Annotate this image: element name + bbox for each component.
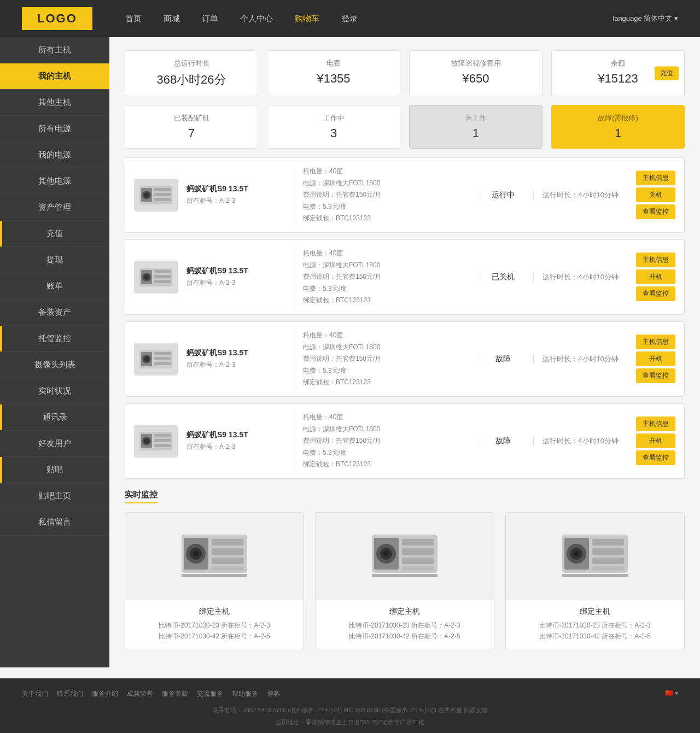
language-switcher[interactable]: language 简体中文 ▾ [612, 14, 678, 24]
footer-link-1[interactable]: 联系我们 [57, 689, 83, 699]
miner-image-4 [134, 425, 178, 458]
footer-link-5[interactable]: 交流服务 [197, 689, 223, 699]
sidebar-item-all-power[interactable]: 所有电源 [0, 116, 109, 142]
nav-order[interactable]: 订单 [202, 14, 218, 24]
miner-details-3: 耗电量：40度 电源：深圳维大FOTL1800 费用说明：托管费150元/月 电… [294, 330, 472, 389]
header: LOGO 首页 商城 订单 个人中心 购物车 登录 language 简体中文 … [0, 0, 700, 37]
svg-rect-27 [154, 444, 171, 447]
sidebar-item-other-hosts[interactable]: 其他主机 [0, 90, 109, 116]
sidebar-item-realtime[interactable]: 实时状况 [0, 378, 109, 404]
realtime-card-detail-3-0: 比特币-20171030-23 所在柜号：A-2-3 [514, 620, 676, 631]
miner-detail-4-4: 绑定钱包：BTC123123 [303, 459, 472, 471]
svg-rect-56 [592, 566, 624, 571]
footer-links: 关于我们 联系我们 服务介绍 成就荣誉 服务套款 交流服务 帮助服务 博客 🇨🇳… [22, 689, 678, 699]
sidebar-item-recharge[interactable]: 充值 [0, 221, 109, 247]
sidebar-item-custody-monitor[interactable]: 托管监控 [0, 326, 109, 352]
footer-link-0[interactable]: 关于我们 [22, 689, 48, 699]
miner-detail-3-1: 电源：深圳维大FOTL1800 [303, 342, 472, 354]
miner-1-info-btn[interactable]: 主机信息 [636, 171, 675, 185]
logo[interactable]: LOGO [22, 7, 92, 30]
svg-rect-43 [402, 539, 434, 546]
sidebar-item-bills[interactable]: 账单 [0, 273, 109, 300]
miner-detail-1-2: 费用说明：托管费150元/月 [303, 189, 472, 201]
footer-contact: 联系电话：+852 5408 5766 (境外服务 7*24小时) 800 88… [22, 704, 678, 716]
miner-4-info-btn[interactable]: 主机信息 [636, 417, 675, 431]
svg-rect-20 [154, 362, 171, 365]
realtime-cards: 绑定主机 比特币-20171030-23 所在柜号：A-2-3 比特币-2017… [125, 512, 685, 649]
sidebar-item-assets[interactable]: 资产管理 [0, 195, 109, 221]
sidebar-item-spare-assets[interactable]: 备装资产 [0, 300, 109, 326]
miner-item-4: 蚂蚁矿机S9 13.5T 所在柜号：A-2-3 耗电量：40度 电源：深圳维大F… [125, 403, 685, 479]
stat-repair-cost: 故障巡视修费用 ¥650 [409, 50, 542, 96]
svg-rect-34 [212, 548, 243, 555]
miner-2-power-btn[interactable]: 开机 [636, 269, 675, 284]
svg-rect-5 [154, 193, 171, 196]
stat-working: 工作中 3 [267, 105, 400, 149]
miner-list: 蚂蚁矿机S9 13.5T 所在柜号：A-2-3 耗电量：40度 电源：深圳维大F… [125, 157, 685, 479]
footer-link-2[interactable]: 服务介绍 [92, 689, 118, 699]
stat-installed-value: 7 [135, 126, 248, 140]
stat-working-value: 3 [277, 126, 390, 140]
sidebar-item-messages[interactable]: 私信留言 [0, 509, 109, 536]
realtime-card-title-3: 绑定主机 [514, 607, 676, 617]
miner-actions-3: 主机信息 开机 查看监控 [636, 335, 675, 383]
miner-detail-2-0: 耗电量：40度 [303, 248, 472, 260]
stat-fault-value: 1 [562, 126, 674, 140]
content-area: 总运行时长 368小时26分 电费 ¥1355 故障巡视修费用 ¥650 余额 … [109, 37, 700, 667]
sidebar-item-other-power[interactable]: 其他电源 [0, 168, 109, 195]
footer-link-3[interactable]: 成就荣誉 [127, 689, 153, 699]
miner-detail-4-3: 电费：5.3元/度 [303, 447, 472, 459]
sidebar-item-contacts[interactable]: 通讯录 [0, 404, 109, 431]
miner-detail-1-4: 绑定钱包：BTC123123 [303, 213, 472, 225]
miner-item-2: 蚂蚁矿机S9 13.5T 所在柜号：A-2-3 耗电量：40度 电源：深圳维大F… [125, 239, 685, 315]
miner-detail-2-3: 电费：5.3元/度 [303, 283, 472, 295]
miner-name-1: 蚂蚁矿机S9 13.5T [186, 184, 285, 194]
sidebar-item-forum[interactable]: 贴吧 [0, 457, 109, 483]
sidebar-item-friends[interactable]: 好友用户 [0, 431, 109, 457]
realtime-card-title-2: 绑定主机 [323, 607, 486, 617]
stat-installed-label: 已装配矿机 [135, 113, 248, 123]
miner-4-monitor-btn[interactable]: 查看监控 [636, 450, 675, 465]
realtime-miner-icon-1 [176, 524, 253, 589]
svg-rect-54 [592, 548, 624, 555]
nav-login[interactable]: 登录 [341, 14, 358, 24]
footer-link-7[interactable]: 博客 [267, 689, 280, 699]
sidebar-item-my-hosts[interactable]: 我的主机 [0, 63, 109, 90]
realtime-card-detail-2-1: 比特币-20171030-42 所在柜号：A-2-5 [323, 631, 486, 642]
nav-shop[interactable]: 商城 [164, 14, 180, 24]
nav-cart[interactable]: 购物车 [295, 14, 319, 24]
stat-balance: 余额 ¥15123 充值 [551, 50, 685, 96]
stat-repair-cost-value: ¥650 [419, 72, 532, 86]
miner-3-monitor-btn[interactable]: 查看监控 [636, 368, 675, 383]
svg-point-52 [574, 551, 579, 556]
recharge-button[interactable]: 充值 [655, 67, 679, 80]
miner-2-monitor-btn[interactable]: 查看监控 [636, 286, 675, 301]
sidebar-item-withdraw[interactable]: 提现 [0, 247, 109, 273]
footer-link-4[interactable]: 服务套款 [162, 689, 188, 699]
miner-2-info-btn[interactable]: 主机信息 [636, 253, 675, 267]
nav-home[interactable]: 首页 [125, 14, 142, 24]
miner-3-info-btn[interactable]: 主机信息 [636, 335, 675, 349]
miner-3-power-btn[interactable]: 开机 [636, 351, 675, 366]
nav-profile[interactable]: 个人中心 [240, 14, 273, 24]
sidebar-item-cameras[interactable]: 摄像头列表 [0, 352, 109, 378]
miner-detail-2-1: 电源：深圳维大FOTL1800 [303, 260, 472, 272]
miner-status-2: 已关机 [481, 272, 524, 282]
realtime-card-img-2 [316, 513, 494, 600]
miner-1-monitor-btn[interactable]: 查看监控 [636, 204, 675, 219]
svg-point-42 [383, 551, 389, 556]
sidebar-item-forum-home[interactable]: 贴吧主页 [0, 483, 109, 509]
footer-link-6[interactable]: 帮助服务 [232, 689, 258, 699]
footer-flag[interactable]: 🇨🇳 ▾ [665, 689, 678, 699]
footer-company: 公司地址：香港铜锣湾皮士打道255-257架临仿广场21楼 [22, 716, 678, 728]
miner-actions-2: 主机信息 开机 查看监控 [636, 253, 675, 301]
stat-fault: 故障(需报修) 1 [551, 105, 685, 149]
sidebar-item-my-power[interactable]: 我的电源 [0, 142, 109, 168]
svg-point-3 [144, 192, 149, 198]
miner-4-power-btn[interactable]: 开机 [636, 433, 675, 448]
sidebar-item-all-hosts[interactable]: 所有主机 [0, 37, 109, 63]
realtime-card-2: 绑定主机 比特币-20171030-23 所在柜号：A-2-3 比特币-2017… [315, 512, 494, 649]
svg-rect-19 [154, 357, 171, 360]
miner-1-power-btn[interactable]: 关机 [636, 187, 675, 202]
realtime-card-detail-3-1: 比特币-20171030-42 所在柜号：A-2-5 [514, 631, 676, 642]
